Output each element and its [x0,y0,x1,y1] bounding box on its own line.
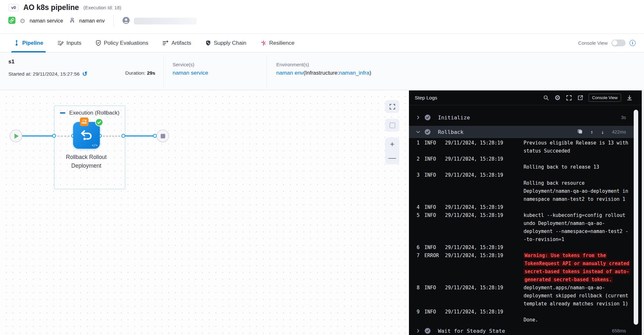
tab-policy-evaluations[interactable]: Policy Evaluations [96,34,148,52]
tab-label: Pipeline [22,40,43,46]
log-scrollbar[interactable] [634,110,638,325]
service-link[interactable]: naman service [173,70,208,76]
pipeline-icon [14,40,19,46]
tab-resilience[interactable]: Resilience [260,34,294,52]
edge-line [123,135,155,136]
artifacts-icon [162,40,168,46]
step-row-rollback[interactable]: Rollback ↑ ↓ 422ms [409,126,634,138]
main-area: Execution (Rollback) </> [0,90,644,335]
environment-name[interactable]: naman env [79,18,105,24]
log-line: status Succeeded [409,147,634,155]
log-line: 3INFO29/11/2024, 15:28:19 [409,171,634,179]
log-line: 2INFO29/11/2024, 15:28:19 [409,155,634,163]
log-line: deployment skipped rollback (current [409,292,634,300]
step-row-wait-for-steady-state[interactable]: Wait for Steady State 658ms [409,325,634,335]
log-line: deployment --namespace=naman-test2 - [409,228,634,236]
step-duration: 3s [621,115,634,120]
chevron-down-icon[interactable] [414,130,422,134]
search-icon[interactable] [543,95,549,101]
code-badge-icon: </> [92,144,98,147]
log-line: Rolling back resource [409,179,634,187]
log-panel-header: Step Logs ⚙ Console V [409,90,644,105]
log-line: 8INFO29/11/2024, 15:28:19deployment.apps… [409,284,634,292]
log-settings-gear-icon[interactable]: ⚙ [554,94,561,101]
zoom-out-button[interactable]: — [388,154,396,162]
log-line: 5INFO29/11/2024, 15:28:19kubectl --kubec… [409,211,634,219]
chevron-right-icon[interactable] [414,329,422,333]
tab-supply-chain[interactable]: Supply Chain [205,34,246,52]
console-view-label: Console View [578,40,608,46]
log-line: generated secret-based tokens. [409,276,634,284]
info-icon[interactable]: i [630,40,636,46]
log-line: 4INFO29/11/2024, 15:28:19 [409,203,634,211]
view-controls: Console View i [578,40,644,46]
supply-chain-shield-icon [205,40,211,46]
log-lines[interactable]: 1INFO29/11/2024, 15:28:19Previous eligib… [409,139,634,324]
tab-inputs[interactable]: Inputs [57,34,81,52]
console-view-toggle[interactable] [611,40,626,46]
scroll-bottom-icon[interactable]: ↓ [601,129,604,135]
log-line: TokenRequest API or manually created [409,260,634,268]
pipeline-start-node[interactable] [10,130,22,142]
marquee-select-button[interactable] [385,119,399,132]
tab-pipeline[interactable]: Pipeline [14,34,43,52]
log-line: Rolling back to release 13 [409,163,634,171]
pipeline-end-node[interactable] [156,130,169,142]
step-success-icon [424,114,431,121]
step-row-initialize[interactable]: Initialize 3s [409,112,634,123]
tab-label: Policy Evaluations [104,40,148,46]
zoom-in-button[interactable]: + [390,140,394,148]
log-line: -to-revision=1 [409,236,634,244]
page-scrollbar[interactable] [642,90,644,335]
pipeline-execution-page: v0 AO k8s pipeline (Execution Id: 18) ⚙ … [0,0,644,335]
infrastructure-link[interactable]: naman_infra [339,70,370,76]
open-in-new-icon[interactable] [577,95,583,101]
environment-icon [69,18,75,24]
service-name[interactable]: naman service [30,18,63,24]
step-duration: 658ms [612,328,634,333]
stage-duration: Duration: 29s [125,70,155,76]
services-block: Service(s) naman service [173,62,208,76]
services-label: Service(s) [173,62,208,67]
stage-name[interactable]: s1 [8,59,14,65]
divider [267,55,267,88]
rollback-arrow-icon [79,128,94,143]
chevron-right-icon[interactable] [414,116,422,119]
collapse-icon[interactable] [60,112,65,114]
fit-to-screen-button[interactable] [385,100,399,113]
step-name: Rollback [438,129,463,135]
download-logs-icon[interactable] [627,95,632,101]
stage-summary-bar: s1 Started at: 29/11/2024, 15:27:56 ↺ Du… [0,53,644,90]
execution-tabbar: Pipeline Inputs Policy Evaluations Arti [0,33,644,52]
console-view-button[interactable]: Console View [589,94,621,102]
copy-logs-icon[interactable] [577,129,582,135]
tab-artifacts[interactable]: Artifacts [162,34,191,52]
stop-icon [161,134,165,138]
tab-label: Resilience [269,40,294,46]
log-line: 6INFO29/11/2024, 15:28:19 [409,244,634,252]
scroll-top-icon[interactable]: ↑ [590,129,593,135]
gear-icon[interactable]: ⚙ [20,18,25,24]
log-line: 7ERROR29/11/2024, 15:28:19Warning: Use t… [409,252,634,260]
log-line: 9INFO29/11/2024, 15:28:19 [409,308,634,316]
divider [113,15,114,27]
history-icon[interactable]: ↺ [82,70,87,78]
marquee-icon [390,123,395,128]
environment-link[interactable]: naman env [276,70,303,76]
tab-label: Inputs [66,40,81,46]
step-name: Initialize [438,115,470,121]
step-success-icon [424,129,431,135]
log-line: secret-based tokens instead of auto- [409,268,634,276]
fullscreen-icon[interactable] [566,95,572,101]
zoom-controls: + — [385,137,399,164]
log-panel-title: Step Logs [415,95,437,101]
version-badge: v0 [8,4,19,11]
user-email-redacted [134,18,197,24]
group-label: Execution (Rollback) [69,110,119,116]
step-success-icon [424,328,431,334]
pipeline-canvas[interactable]: Execution (Rollback) </> [0,90,409,335]
log-line: 1INFO29/11/2024, 15:28:19Previous eligib… [409,139,634,147]
log-line: Done. [409,316,634,324]
shield-check-icon [96,40,101,46]
meta-row: ⚙ naman service naman env [8,16,197,26]
